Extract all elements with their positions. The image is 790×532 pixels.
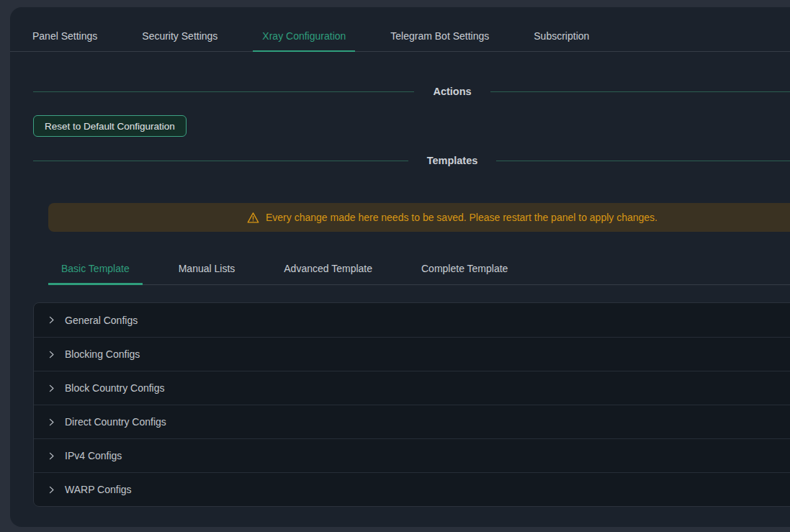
collapse-item-label: Direct Country Configs <box>65 416 166 428</box>
divider-line <box>33 161 408 161</box>
tab-panel-settings[interactable]: Panel Settings <box>23 30 107 51</box>
collapse-item-label: Block Country Configs <box>65 382 165 394</box>
chevron-right-icon <box>48 486 55 494</box>
collapse-item-block-country-configs[interactable]: Block Country Configs <box>34 371 790 405</box>
collapse-item-direct-country-configs[interactable]: Direct Country Configs <box>34 405 790 438</box>
template-tab-bar: Basic TemplateManual ListsAdvanced Templ… <box>48 255 790 285</box>
tab-xray-configuration[interactable]: Xray Configuration <box>253 30 355 51</box>
tab-telegram-bot-settings[interactable]: Telegram Bot Settings <box>381 30 498 51</box>
chevron-right-icon <box>48 452 55 460</box>
divider-line <box>496 161 790 161</box>
settings-card: Panel SettingsSecurity SettingsXray Conf… <box>10 7 790 527</box>
collapse-item-label: IPv4 Configs <box>65 450 122 461</box>
restart-warning-alert: Every change made here needs to be saved… <box>48 203 790 232</box>
restart-warning-text: Every change made here needs to be saved… <box>266 212 657 223</box>
tab-basic-template[interactable]: Basic Template <box>48 263 143 284</box>
collapse-item-ipv4-configs[interactable]: IPv4 Configs <box>34 438 790 472</box>
actions-section-title: Actions <box>414 85 490 98</box>
actions-divider: Actions <box>33 85 790 98</box>
reset-to-default-configuration-button[interactable]: Reset to Default Configuration <box>33 115 187 137</box>
tab-subscription[interactable]: Subscription <box>524 30 598 51</box>
chevron-right-icon <box>48 316 55 324</box>
collapse-item-label: WARP Configs <box>65 484 132 495</box>
tab-security-settings[interactable]: Security Settings <box>133 30 227 51</box>
warning-triangle-icon <box>247 212 259 224</box>
chevron-right-icon <box>48 418 55 426</box>
templates-divider: Templates <box>33 154 790 167</box>
chevron-right-icon <box>48 384 55 392</box>
xray-configuration-content: Actions Reset to Default Configuration T… <box>10 85 790 507</box>
tab-manual-lists[interactable]: Manual Lists <box>166 263 248 284</box>
collapse-item-warp-configs[interactable]: WARP Configs <box>34 472 790 506</box>
tab-advanced-template[interactable]: Advanced Template <box>271 263 385 284</box>
divider-line <box>33 91 414 92</box>
tab-complete-template[interactable]: Complete Template <box>408 263 521 284</box>
chevron-right-icon <box>48 351 55 359</box>
xray-configuration-page: { "tabs_top": { "items": ["Panel Setting… <box>0 0 790 532</box>
templates-section-title: Templates <box>408 154 497 167</box>
collapse-item-blocking-configs[interactable]: Blocking Configs <box>34 337 790 371</box>
collapse-item-label: General Configs <box>65 315 138 326</box>
main-tab-bar: Panel SettingsSecurity SettingsXray Conf… <box>10 7 790 52</box>
collapse-item-general-configs[interactable]: General Configs <box>34 303 790 337</box>
divider-line <box>490 91 790 92</box>
config-collapse-list: General ConfigsBlocking ConfigsBlock Cou… <box>33 302 790 507</box>
collapse-item-label: Blocking Configs <box>65 348 140 360</box>
